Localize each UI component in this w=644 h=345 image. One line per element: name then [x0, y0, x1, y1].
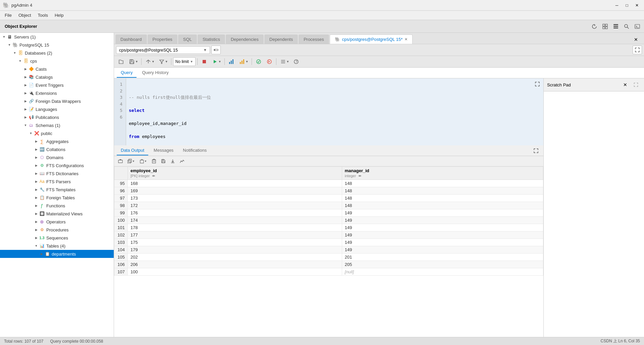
- toggle-catalogs[interactable]: [23, 74, 28, 80]
- tree-node-collations[interactable]: 🔤 Collations: [0, 145, 114, 153]
- toggle-pg15[interactable]: [7, 42, 12, 48]
- paste-btn[interactable]: ▼: [138, 157, 149, 165]
- toggle-sequences[interactable]: [34, 235, 39, 240]
- close-panel-btn[interactable]: ✕: [631, 35, 641, 44]
- toggle-departments[interactable]: [39, 251, 44, 257]
- toggle-cps[interactable]: [17, 58, 23, 64]
- panel-expand-btn[interactable]: [633, 46, 642, 54]
- toggle-fts-configs[interactable]: [34, 163, 39, 168]
- menu-help[interactable]: Help: [51, 11, 67, 19]
- run-btn[interactable]: ▼: [210, 57, 223, 66]
- tree-node-foreign-tables[interactable]: 📋 Foreign Tables: [0, 194, 114, 202]
- help-btn[interactable]: ?: [291, 57, 301, 66]
- download-btn[interactable]: [168, 157, 177, 165]
- query-tab-close[interactable]: ✕: [405, 37, 408, 42]
- tree-node-domains[interactable]: ⬡ Domains: [0, 153, 114, 161]
- tab-statistics[interactable]: Statistics: [198, 34, 225, 44]
- sub-tab-messages[interactable]: Messages: [150, 146, 177, 155]
- col-edit-icon-1[interactable]: ✏: [359, 174, 361, 178]
- toggle-fts-parsers[interactable]: [34, 179, 39, 184]
- scratch-pad-expand[interactable]: [631, 80, 641, 89]
- delete-row-btn[interactable]: [150, 157, 158, 165]
- sql-editor[interactable]: 1 2 3 4 5 6 -- nulls first使null值排在最后一位 s…: [114, 78, 543, 145]
- format-btn[interactable]: ▼: [143, 57, 156, 66]
- toggle-procedures[interactable]: [34, 227, 39, 232]
- col-edit-icon-0[interactable]: ✏: [152, 174, 155, 178]
- grid-view-btn[interactable]: [600, 22, 610, 31]
- tab-properties[interactable]: Properties: [148, 34, 177, 44]
- connect-btn[interactable]: [211, 46, 221, 54]
- tree-node-cps[interactable]: 🗄 cps: [0, 57, 114, 65]
- toggle-foreign-tables[interactable]: [34, 195, 39, 200]
- menu-object[interactable]: Object: [15, 11, 35, 19]
- toggle-operators[interactable]: [34, 219, 39, 224]
- tab-sql[interactable]: SQL: [178, 34, 197, 44]
- tree-node-casts[interactable]: 🔶 Casts: [0, 65, 114, 73]
- terminal-btn[interactable]: [633, 22, 642, 31]
- tab-dependencies[interactable]: Dependencies: [226, 34, 264, 44]
- tab-processes[interactable]: Processes: [299, 34, 329, 44]
- tree-node-catalogs[interactable]: 📚 Catalogs: [0, 73, 114, 81]
- sub-tab-notifications[interactable]: Notifications: [179, 146, 211, 155]
- menu-file[interactable]: File: [1, 11, 15, 19]
- scratch-pad-content[interactable]: [544, 91, 644, 337]
- toggle-domains[interactable]: [34, 155, 39, 160]
- code-area[interactable]: -- nulls first使null值排在最后一位 select employ…: [126, 78, 543, 145]
- toggle-collations[interactable]: [34, 147, 39, 152]
- tree-node-servers[interactable]: 🖥 Servers (1): [0, 33, 114, 41]
- explain-analyze-btn[interactable]: ▼: [237, 57, 250, 66]
- stop-btn[interactable]: [199, 57, 209, 66]
- editor-expand-btn[interactable]: [533, 80, 542, 88]
- toggle-functions[interactable]: [34, 203, 39, 208]
- tree-node-fts-dicts[interactable]: 📖 FTS Dictionaries: [0, 169, 114, 178]
- macros-btn[interactable]: ▼: [278, 57, 291, 66]
- toggle-extensions[interactable]: [23, 90, 28, 96]
- toggle-publications[interactable]: [23, 115, 28, 120]
- toggle-fdw[interactable]: [23, 98, 28, 104]
- filter-btn[interactable]: ▼: [157, 57, 169, 66]
- add-row-btn[interactable]: [116, 157, 125, 165]
- tree-node-mat-views[interactable]: 🔲 Materialized Views: [0, 210, 114, 218]
- menu-tools[interactable]: Tools: [35, 11, 51, 19]
- tree-node-departments[interactable]: 📋 departments: [0, 250, 114, 258]
- refresh-btn[interactable]: [590, 22, 599, 31]
- toggle-fts-templates[interactable]: [34, 187, 39, 192]
- minimize-button[interactable]: ─: [612, 2, 621, 9]
- tree-node-databases[interactable]: 🗄 Databases (2): [0, 49, 114, 57]
- tree-node-tables[interactable]: 📊 Tables (4): [0, 242, 114, 250]
- commit-btn[interactable]: [254, 57, 264, 66]
- sub-tab-data-output[interactable]: Data Output: [117, 146, 148, 155]
- tab-query[interactable]: 🐘 cps/postgres@PostgreSQL 15* ✕: [330, 34, 413, 44]
- chart-btn[interactable]: [178, 157, 186, 165]
- tab-dependents[interactable]: Dependents: [264, 34, 298, 44]
- tree-node-publications[interactable]: 📢 Publications: [0, 113, 114, 121]
- tree-node-public[interactable]: ❌ public: [0, 129, 114, 137]
- tab-dashboard[interactable]: Dashboard: [115, 34, 147, 44]
- copy-btn[interactable]: ▼: [125, 157, 137, 165]
- toggle-fts-dicts[interactable]: [34, 171, 39, 176]
- tree-node-operators[interactable]: ⊕ Operators: [0, 218, 114, 226]
- tree-node-fts-configs[interactable]: ⚙ FTS Configurations: [0, 161, 114, 169]
- sub-tab-query[interactable]: Query: [117, 68, 137, 78]
- maximize-button[interactable]: □: [623, 2, 631, 9]
- open-file-btn[interactable]: [116, 57, 126, 66]
- scratch-pad-close[interactable]: ✕: [621, 80, 630, 89]
- tree-node-extensions[interactable]: 🔌 Extensions: [0, 89, 114, 97]
- limit-select[interactable]: No limit ▼: [173, 57, 196, 66]
- save-btn[interactable]: ▼: [127, 57, 140, 66]
- toggle-tables[interactable]: [34, 243, 39, 249]
- tree-node-procedures[interactable]: ⚙ Procedures: [0, 226, 114, 234]
- results-expand-btn[interactable]: [531, 146, 541, 155]
- tree-node-event-triggers[interactable]: 📄 Event Triggers: [0, 81, 114, 89]
- tree-node-fts-templates[interactable]: 🔧 FTS Templates: [0, 186, 114, 194]
- save-data-btn[interactable]: [159, 157, 168, 165]
- tree-node-languages[interactable]: 📝 Languages: [0, 105, 114, 113]
- tree-node-fdw[interactable]: 🔗 Foreign Data Wrappers: [0, 97, 114, 105]
- toggle-servers[interactable]: [1, 34, 7, 40]
- sub-tab-history[interactable]: Query History: [138, 68, 172, 78]
- toggle-mat-views[interactable]: [34, 211, 39, 216]
- toggle-languages[interactable]: [23, 107, 28, 112]
- tree-node-sequences[interactable]: 1.3 Sequences: [0, 234, 114, 242]
- tree-node-fts-parsers[interactable]: Aa FTS Parsers: [0, 178, 114, 186]
- close-button[interactable]: ✕: [633, 2, 641, 9]
